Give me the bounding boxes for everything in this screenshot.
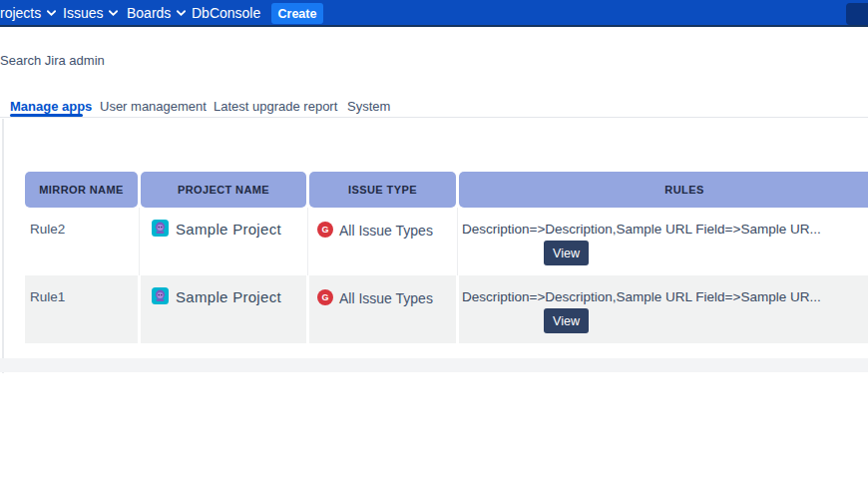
column-header-rules: RULES	[459, 172, 868, 208]
nav-item-projects[interactable]: rojects	[0, 5, 56, 21]
rules-cell: Description=>Description,Sample URL Fiel…	[462, 289, 821, 304]
mirror-name-cell: Rule2	[30, 222, 65, 237]
project-avatar-icon	[152, 220, 169, 237]
nav-item-dbconsole[interactable]: DbConsole	[192, 5, 260, 21]
cell-divider	[307, 208, 308, 275]
panel-left-border	[2, 119, 4, 373]
cell-divider	[457, 208, 458, 275]
view-rules-button[interactable]: View	[544, 241, 589, 265]
nav-item-label: DbConsole	[192, 5, 260, 21]
nav-item-label: Issues	[63, 5, 103, 21]
tabs-divider	[0, 117, 868, 118]
nav-item-label: rojects	[0, 5, 41, 21]
create-button[interactable]: Create	[271, 3, 323, 24]
tab-system[interactable]: System	[347, 99, 390, 114]
nav-item-issues[interactable]: Issues	[63, 5, 118, 21]
column-header-mirror-name: MIRROR NAME	[25, 172, 138, 208]
row-cell-bg	[141, 275, 306, 343]
mirror-name-cell: Rule1	[30, 289, 65, 304]
chevron-down-icon	[109, 10, 118, 17]
row-cell-bg	[25, 275, 138, 343]
top-navbar: rojects Issues Boards DbConsole Create	[0, 0, 868, 27]
nav-item-boards[interactable]: Boards	[127, 5, 186, 21]
chevron-down-icon	[177, 10, 186, 17]
issue-type-cell: All Issue Types	[339, 290, 433, 306]
issue-type-icon: G	[317, 289, 333, 305]
cell-divider	[139, 208, 140, 275]
view-rules-button[interactable]: View	[544, 308, 589, 333]
issue-type-cell: All Issue Types	[339, 223, 433, 239]
nav-item-label: Boards	[127, 5, 171, 21]
project-name-cell: Sample Project	[176, 288, 281, 305]
row-cell-bg	[459, 275, 868, 343]
rules-cell: Description=>Description,Sample URL Fiel…	[462, 222, 821, 237]
issue-type-icon: G	[317, 222, 333, 238]
project-avatar-icon	[152, 287, 169, 304]
nav-search-input[interactable]	[846, 3, 868, 25]
row-cell-bg	[309, 275, 456, 343]
chevron-down-icon	[47, 10, 56, 17]
project-name-cell: Sample Project	[176, 221, 281, 238]
search-jira-admin-label: Search Jira admin	[0, 53, 105, 68]
column-header-project-name: PROJECT NAME	[141, 172, 306, 208]
column-header-issue-type: ISSUE TYPE	[309, 172, 456, 208]
section-bottom-band	[0, 358, 868, 372]
tab-latest-upgrade-report[interactable]: Latest upgrade report	[214, 99, 337, 114]
tab-user-management[interactable]: User management	[100, 99, 207, 114]
tab-manage-apps[interactable]: Manage apps	[10, 99, 92, 114]
